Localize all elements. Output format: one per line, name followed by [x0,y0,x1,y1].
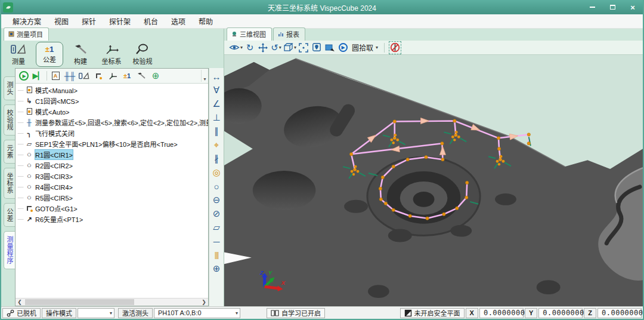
position-icon[interactable]: ⌖ [210,139,223,151]
parallelism-icon[interactable]: ∥ [210,125,223,137]
construct-button[interactable]: 构建 [67,42,94,67]
offline-status[interactable]: 已脱机 [2,308,41,318]
parallelism-dot-icon[interactable]: ∦ [210,153,223,165]
menu-options[interactable]: 选项 [165,14,192,28]
tab-coordinate[interactable]: 坐标系 [4,168,15,199]
tree-item-fly-mode[interactable]: ╮飞行模式关闭 [16,128,208,139]
step-run-button[interactable]: ▶▏ [31,69,45,82]
menu-solution[interactable]: 解决方案 [6,14,48,28]
tree-item-safety-plane[interactable]: ▱SEP1安全平面<PLN1>偏移<10>是否启用<True> [16,139,208,149]
tree-item-callback[interactable]: ↳C1回调<MCS> [16,96,208,106]
operation-mode-select[interactable]: ▾ [78,308,114,318]
viewport-3d[interactable]: Z Y X [224,55,643,306]
run-button[interactable]: ▶ [17,69,31,82]
runout-icon[interactable]: ⊘ [210,208,223,220]
view-tabstrip: 三维视图 报表 [224,29,643,41]
concentricity-icon[interactable]: ◎ [210,167,223,179]
flatness-icon[interactable]: ▱ [210,221,223,233]
locate-button[interactable] [311,41,323,54]
toolbar-overflow-button[interactable]: ▾ [201,70,208,82]
coord-x-value: 0.0000000 [479,308,524,318]
title-bar: 天准三坐标系统 VispecCube 2024 × [1,0,643,14]
scroll-right-icon[interactable]: ❯ [200,299,208,305]
tree-item-circle-1[interactable]: ○R1圆<CIR1> [16,149,208,160]
minimize-button[interactable] [582,0,602,14]
tab-measurement-project[interactable]: 测量项目 [4,27,49,41]
distance-icon[interactable]: ↔ [210,70,223,82]
tolerance-button[interactable]: ±1 公差 [36,42,63,67]
menu-probe-rack[interactable]: 探针架 [103,14,137,28]
coord-y-label: Y [525,308,537,318]
tab-3d-view[interactable]: 三维视图 [227,27,272,41]
play-icon: ▶ [339,43,348,52]
true-position-icon[interactable]: ⊕ [210,263,223,275]
measure-tool-button[interactable] [77,69,91,82]
angle-icon[interactable]: ∀ [210,84,223,96]
project-tab-icon [8,31,14,37]
active-probe-select[interactable]: PH10T A:0,B:0▾ [154,308,240,318]
tolerance-tool-button[interactable]: ±1 [120,69,134,82]
goto-tool-button[interactable] [91,69,106,82]
minimize-icon [590,7,595,8]
tab-gauge[interactable]: 校验规 [4,104,15,136]
export-view-button[interactable] [324,41,336,54]
symmetry-icon[interactable]: ||| [210,249,223,261]
cube-icon [283,43,293,52]
view-toolbar: ▾ ↻ ↺▾ ▾ ▶ [224,41,643,55]
safety-plane-status[interactable]: 未开启安全平面 [400,308,465,318]
circle-icon: ○ [25,173,33,180]
rotate-view-button[interactable]: ↺▾ [270,41,282,54]
self-learning-status[interactable]: 自学习已开启 [267,308,325,318]
tree-hscrollbar[interactable]: ❮ ❯ [16,298,208,306]
probe-disable-button[interactable] [389,41,401,54]
parameters-button[interactable]: ╫╫ [63,69,77,82]
circle-pick-button[interactable]: 圆拾取 ▾ [350,42,380,53]
ribbon-toolbar: 测量 ±1 公差 构建 坐标系 校验规 [1,41,224,68]
mode-icon [27,108,32,115]
straightness-icon[interactable]: ─ [210,235,223,247]
tab-elements[interactable]: 元素 [4,140,15,164]
menu-probe[interactable]: 探针 [75,14,103,28]
coordinate-tool-button[interactable] [106,69,120,82]
play-view-button[interactable]: ▶ [337,41,349,54]
tree-item-measure-params[interactable]: ╫测量参数逼近<5>,回退<5>,搜索<6>,定位<2>,定位加<2>,测量 [16,117,208,128]
callback-icon: ↳ [25,97,33,104]
auto-mode-button[interactable]: A [48,69,63,82]
measure-button[interactable]: 测量 [5,42,32,67]
maximize-button[interactable] [602,0,623,14]
tree-item-mode-auto[interactable]: 模式<Auto> [16,106,208,117]
coordinate-icon [104,44,119,56]
pan-button[interactable] [257,41,269,54]
scroll-thumb[interactable] [25,299,134,305]
program-tree: ▶ ▶▏ A ╫╫ ±1 [15,68,209,306]
menu-view[interactable]: 视图 [48,14,75,28]
view-cube-button[interactable]: ▾ [283,41,296,54]
align-tool-button[interactable]: ⊕ [148,69,163,82]
gauge-button[interactable]: 校验规 [129,42,156,67]
tree-item-circle-3[interactable]: ○R3圆<CIR3> [16,171,208,181]
symmetry-circle-icon[interactable]: ⊖ [210,194,223,206]
perpendicularity-icon[interactable]: ⊥ [210,112,223,124]
close-button[interactable]: × [623,0,643,14]
tab-tolerance[interactable]: 公差 [4,203,15,227]
visibility-button[interactable]: ▾ [229,41,243,54]
fit-view-button[interactable] [298,41,309,54]
construct-tool-button[interactable] [134,69,148,82]
tab-measure-program[interactable]: 测量程序 [4,231,15,269]
tab-probe[interactable]: 测头 [4,76,15,100]
circularity-icon[interactable]: ○ [210,180,223,192]
tree-item-goto[interactable]: GOTO点<G1> [16,203,208,214]
tree-item-circle-4[interactable]: ○R4圆<CIR4> [16,181,208,192]
tree-item-mode-manual[interactable]: 模式<Manual> [16,85,208,96]
menu-machine[interactable]: 机台 [137,14,165,28]
tree-item-circle-5[interactable]: ○R5圆<CIR5> [16,192,208,203]
tree-item-vector-point[interactable]: ↗R6矢量点<PT1> [16,214,208,224]
coordinate-system-button[interactable]: 坐标系 [98,42,125,67]
scroll-left-icon[interactable]: ❮ [16,299,24,305]
fly-mode-icon: ╮ [25,130,33,137]
tab-report[interactable]: 报表 [273,27,305,41]
angle2-icon[interactable]: ∠ [210,98,223,110]
orbit-button[interactable]: ↻ [244,41,256,54]
tree-item-circle-2[interactable]: ○R2圆<CIR2> [16,160,208,171]
menu-help[interactable]: 帮助 [192,14,219,28]
